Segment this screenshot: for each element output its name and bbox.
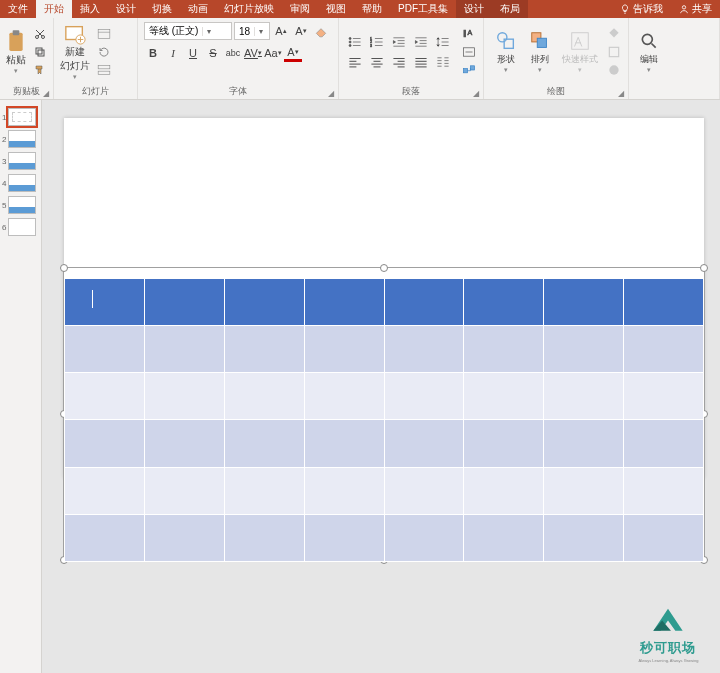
quick-styles-button[interactable]: 快速样式▾: [558, 29, 602, 74]
resize-handle-n[interactable]: [380, 264, 388, 272]
group-clipboard: 粘贴 ▾ 剪贴板◢: [0, 18, 54, 99]
line-spacing-button[interactable]: [433, 33, 453, 51]
reset-button[interactable]: [96, 44, 112, 60]
shape-effects-button[interactable]: [606, 62, 622, 78]
find-button[interactable]: 编辑▾: [633, 29, 665, 74]
group-label: [629, 85, 719, 99]
svg-rect-9: [98, 29, 110, 38]
tab-insert[interactable]: 插入: [72, 0, 108, 18]
italic-button[interactable]: I: [164, 44, 182, 62]
eraser-icon: [314, 24, 328, 38]
group-label: 段落◢: [339, 85, 483, 99]
align-left-button[interactable]: [345, 53, 365, 71]
thumb-3[interactable]: 3: [2, 152, 39, 170]
tab-file[interactable]: 文件: [0, 0, 36, 18]
change-case-button[interactable]: Aa▾: [264, 44, 282, 62]
group-label: 绘图◢: [484, 85, 628, 99]
slide-canvas[interactable]: 秒可职场 Always Learning, Always Growing: [42, 100, 720, 673]
svg-point-13: [349, 37, 351, 39]
thumb-6[interactable]: 6: [2, 218, 39, 236]
group-drawing: 形状▾ 排列▾ 快速样式▾ 绘图◢: [484, 18, 629, 99]
align-right-icon: [392, 56, 406, 68]
text-direction-button[interactable]: ‖A: [461, 26, 477, 42]
chevron-down-icon: ▾: [254, 27, 266, 36]
indent-icon: [414, 36, 428, 48]
tab-help[interactable]: 帮助: [354, 0, 390, 18]
tab-slideshow[interactable]: 幻灯片放映: [216, 0, 282, 18]
tab-review[interactable]: 审阅: [282, 0, 318, 18]
effects-icon: [607, 63, 621, 77]
shadow-button[interactable]: abc: [224, 44, 242, 62]
indent-inc-button[interactable]: [411, 33, 431, 51]
clipboard-icon: [6, 29, 26, 53]
svg-point-17: [349, 44, 351, 46]
arrange-button[interactable]: 排列▾: [524, 29, 556, 74]
numbering-button[interactable]: 123: [367, 33, 387, 51]
char-spacing-button[interactable]: AV▾: [244, 44, 262, 62]
dialog-launcher-icon[interactable]: ◢: [471, 88, 481, 98]
format-painter-button[interactable]: [32, 62, 48, 78]
bullets-button[interactable]: [345, 33, 365, 51]
align-text-button[interactable]: [461, 44, 477, 60]
shape-fill-button[interactable]: [606, 26, 622, 42]
layout-button[interactable]: [96, 26, 112, 42]
thumb-4[interactable]: 4: [2, 174, 39, 192]
table-row: [65, 326, 704, 373]
watermark-logo-icon: [646, 605, 690, 639]
copy-button[interactable]: [32, 44, 48, 60]
columns-button[interactable]: [433, 53, 453, 71]
tab-tabletools-design[interactable]: 设计: [456, 0, 492, 18]
bold-button[interactable]: B: [144, 44, 162, 62]
paste-button[interactable]: 粘贴 ▾: [4, 27, 28, 77]
font-color-button[interactable]: A▾: [284, 44, 302, 62]
font-size-combo[interactable]: 18▾: [234, 22, 270, 40]
group-paragraph: 123 ‖A 段落◢: [339, 18, 484, 99]
smartart-button[interactable]: [461, 62, 477, 78]
tab-animation[interactable]: 动画: [180, 0, 216, 18]
tab-transition[interactable]: 切换: [144, 0, 180, 18]
new-slide-button[interactable]: 新建 幻灯片 ▾: [58, 21, 92, 83]
cut-button[interactable]: [32, 26, 48, 42]
shape-outline-button[interactable]: [606, 44, 622, 60]
svg-rect-63: [463, 68, 467, 72]
align-center-button[interactable]: [367, 53, 387, 71]
numbering-icon: 123: [370, 36, 384, 48]
font-name-combo[interactable]: 等线 (正文)▾: [144, 22, 232, 40]
table[interactable]: [64, 278, 704, 562]
svg-rect-68: [537, 38, 546, 47]
tab-pdf[interactable]: PDF工具集: [390, 0, 456, 18]
tab-tabletools-layout[interactable]: 布局: [492, 0, 528, 18]
grow-font-button[interactable]: A▴: [272, 22, 290, 40]
tell-me[interactable]: 告诉我: [612, 0, 671, 18]
svg-rect-70: [609, 47, 618, 56]
resize-handle-ne[interactable]: [700, 264, 708, 272]
thumb-5[interactable]: 5: [2, 196, 39, 214]
clear-format-button[interactable]: [312, 22, 330, 40]
svg-point-71: [609, 65, 618, 74]
strike-button[interactable]: S: [204, 44, 222, 62]
shrink-font-button[interactable]: A▾: [292, 22, 310, 40]
section-button[interactable]: [96, 62, 112, 78]
slide-thumbnails: 1 2 3 4 5 6: [0, 100, 42, 673]
shapes-button[interactable]: 形状▾: [490, 29, 522, 74]
selected-table[interactable]: [64, 268, 704, 560]
dialog-launcher-icon[interactable]: ◢: [616, 88, 626, 98]
person-icon: [679, 4, 689, 14]
svg-point-15: [349, 40, 351, 42]
dialog-launcher-icon[interactable]: ◢: [41, 88, 51, 98]
tab-design[interactable]: 设计: [108, 0, 144, 18]
tab-home[interactable]: 开始: [36, 0, 72, 18]
align-left-icon: [348, 56, 362, 68]
thumb-1[interactable]: 1: [2, 108, 39, 126]
underline-button[interactable]: U: [184, 44, 202, 62]
resize-handle-nw[interactable]: [60, 264, 68, 272]
thumb-2[interactable]: 2: [2, 130, 39, 148]
indent-dec-button[interactable]: [389, 33, 409, 51]
dialog-launcher-icon[interactable]: ◢: [326, 88, 336, 98]
align-justify-button[interactable]: [411, 53, 431, 71]
group-label: 字体◢: [138, 85, 338, 99]
tab-view[interactable]: 视图: [318, 0, 354, 18]
share-button[interactable]: 共享: [671, 0, 720, 18]
workspace: 1 2 3 4 5 6: [0, 100, 720, 673]
align-right-button[interactable]: [389, 53, 409, 71]
